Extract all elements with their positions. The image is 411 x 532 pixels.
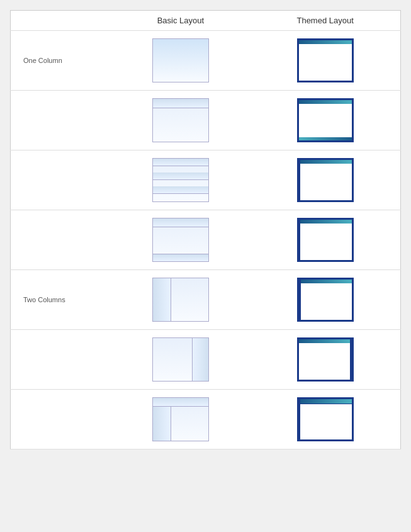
layout-table: Basic Layout Themed Layout One Column [10, 10, 401, 450]
table-row [11, 150, 401, 210]
themed-header-sidebar-thumbnail[interactable] [297, 397, 354, 441]
table-header-row: Basic Layout Themed Layout [11, 11, 401, 31]
themed-header-body-thumbnail[interactable] [297, 98, 354, 142]
themed-three-bars-thumbnail[interactable] [297, 158, 354, 202]
basic-header-body-thumbnail[interactable] [152, 98, 209, 142]
themed-two-col-right-thumbnail[interactable] [297, 337, 354, 382]
table-row [11, 210, 401, 270]
row-label-one-column: One Column [23, 57, 62, 64]
table-row: Two Columns [11, 270, 401, 330]
themed-header-footer-thumbnail[interactable] [297, 218, 354, 262]
row-label-two-columns: Two Columns [23, 296, 65, 303]
table-row [11, 330, 401, 390]
basic-one-col-thumbnail[interactable] [152, 38, 209, 82]
themed-one-col-thumbnail[interactable] [297, 38, 354, 82]
table-row [11, 390, 401, 450]
basic-three-bars-thumbnail[interactable] [152, 158, 209, 202]
themed-layout-header: Themed Layout [250, 11, 400, 31]
table-row: One Column [11, 31, 401, 91]
themed-two-col-left-thumbnail[interactable] [297, 278, 354, 322]
basic-two-col-right-thumbnail[interactable] [152, 337, 209, 382]
col-label-header [11, 11, 111, 31]
basic-layout-header: Basic Layout [111, 11, 251, 31]
page-container: Basic Layout Themed Layout One Column [0, 0, 411, 460]
basic-header-footer-thumbnail[interactable] [152, 218, 209, 262]
basic-two-col-left-thumbnail[interactable] [152, 278, 209, 322]
table-row [11, 91, 401, 150]
basic-header-sidebar-thumbnail[interactable] [152, 397, 209, 441]
